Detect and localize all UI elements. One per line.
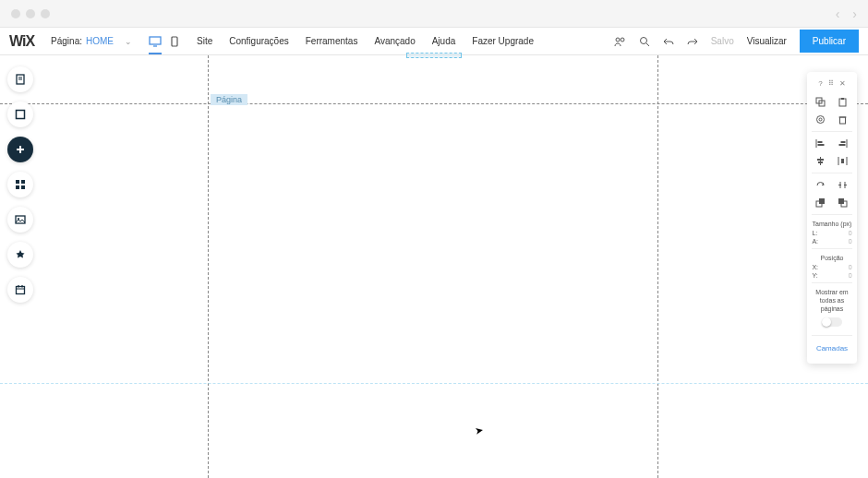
svg-rect-16	[21, 185, 25, 189]
undo-icon[interactable]	[663, 36, 674, 47]
copy-icon[interactable]	[815, 97, 826, 107]
x-field[interactable]: X:0	[812, 263, 851, 271]
menu-avancado[interactable]: Avançado	[374, 36, 415, 46]
menu-ajuda[interactable]: Ajuda	[432, 36, 456, 46]
duplicate-icon[interactable]	[815, 114, 826, 125]
svg-point-5	[640, 37, 646, 43]
bring-forward-icon[interactable]	[815, 197, 826, 208]
align-left-icon[interactable]	[815, 138, 826, 149]
apps-icon[interactable]	[7, 172, 33, 197]
show-all-toggle[interactable]	[822, 317, 842, 327]
maximize-window-icon[interactable]	[41, 9, 50, 18]
align-right-icon[interactable]	[838, 138, 849, 149]
svg-rect-42	[841, 159, 844, 163]
forward-button[interactable]: ›	[852, 6, 857, 21]
mobile-icon[interactable]	[171, 36, 178, 47]
svg-point-4	[621, 38, 624, 42]
page-selector-label: Página:	[51, 36, 82, 46]
y-field[interactable]: Y:0	[812, 271, 851, 280]
svg-rect-10	[17, 111, 25, 119]
bookings-icon[interactable]	[7, 277, 33, 303]
svg-rect-14	[21, 180, 25, 184]
left-toolbar	[7, 66, 33, 303]
selection-handle[interactable]	[406, 53, 462, 58]
collab-icon[interactable]	[613, 36, 626, 47]
width-field[interactable]: L:0	[812, 229, 851, 237]
main-menu: Site Configurações Ferramentas Avançado …	[197, 36, 534, 46]
topbar-right: Salvo Visualizar Publicar	[613, 30, 859, 53]
wix-logo[interactable]: WiX	[9, 33, 34, 50]
pages-icon[interactable]	[7, 66, 33, 92]
browser-chrome: ‹ ›	[0, 0, 868, 28]
show-all-pages-label: Mostrar em todas as páginas	[807, 286, 857, 315]
svg-rect-33	[818, 144, 825, 146]
add-icon[interactable]	[7, 137, 33, 162]
right-properties-panel: ? ⠿ ✕ Tamanho (px) L:0 A:0 Posição X:0 Y…	[807, 72, 857, 364]
chevron-down-icon: ⌄	[125, 37, 132, 46]
guide-horizontal	[0, 103, 868, 104]
guide-vertical-left	[208, 55, 209, 478]
height-field[interactable]: A:0	[812, 237, 851, 245]
svg-rect-0	[150, 37, 161, 44]
cursor-icon: ➤	[474, 424, 484, 436]
drag-handle-icon[interactable]: ⠿	[828, 79, 834, 88]
guide-fold	[0, 383, 868, 384]
svg-point-27	[817, 116, 825, 124]
svg-rect-36	[839, 144, 846, 146]
svg-rect-13	[16, 180, 19, 184]
svg-point-28	[819, 118, 822, 121]
send-backward-icon[interactable]	[838, 197, 849, 208]
svg-rect-15	[16, 185, 19, 189]
menu-upgrade[interactable]: Fazer Upgrade	[472, 36, 534, 46]
svg-rect-32	[818, 141, 823, 143]
guide-vertical-right	[657, 55, 658, 478]
search-icon[interactable]	[639, 36, 650, 47]
distribute-h-icon[interactable]	[838, 156, 849, 166]
close-icon[interactable]: ✕	[839, 79, 846, 88]
menu-site[interactable]: Site	[197, 36, 212, 46]
save-status: Salvo	[711, 36, 734, 46]
paste-icon[interactable]	[838, 97, 849, 107]
page-label-badge[interactable]: Página	[211, 94, 247, 105]
svg-line-6	[646, 43, 649, 46]
svg-rect-2	[172, 37, 177, 46]
svg-rect-39	[818, 161, 823, 163]
position-section-title: Posição	[821, 252, 844, 263]
blog-icon[interactable]	[7, 242, 33, 268]
browser-nav: ‹ ›	[836, 6, 857, 21]
svg-rect-29	[840, 117, 846, 124]
redo-icon[interactable]	[687, 36, 698, 47]
svg-rect-44	[819, 198, 825, 204]
media-icon[interactable]	[7, 207, 33, 233]
svg-rect-19	[17, 287, 25, 294]
help-icon[interactable]: ?	[818, 79, 822, 88]
preview-button[interactable]: Visualizar	[747, 36, 787, 46]
publish-button[interactable]: Publicar	[800, 30, 859, 53]
page-selector[interactable]: Página: HOME ⌄	[51, 36, 132, 46]
minimize-window-icon[interactable]	[26, 9, 35, 18]
delete-icon[interactable]	[838, 114, 849, 125]
editor-canvas[interactable]: Página ➤	[0, 55, 868, 478]
device-switcher	[149, 36, 178, 47]
menu-ferramentas[interactable]: Ferramentas	[306, 36, 358, 46]
background-icon[interactable]	[7, 102, 33, 127]
desktop-icon[interactable]	[149, 36, 162, 54]
close-window-icon[interactable]	[11, 9, 20, 18]
svg-point-3	[616, 38, 620, 42]
menu-config[interactable]: Configurações	[229, 36, 288, 46]
svg-rect-35	[841, 141, 846, 143]
svg-rect-38	[817, 159, 824, 161]
layers-link[interactable]: Camadas	[816, 339, 848, 358]
align-center-h-icon[interactable]	[815, 156, 826, 166]
page-selector-current: HOME	[86, 36, 114, 46]
svg-rect-26	[841, 98, 844, 100]
svg-rect-17	[16, 216, 25, 223]
svg-rect-25	[839, 99, 846, 106]
size-section-title: Tamanho (px)	[813, 218, 852, 229]
traffic-lights	[11, 9, 50, 18]
flip-icon[interactable]	[838, 180, 849, 190]
topbar: WiX Página: HOME ⌄ Site Configurações Fe…	[0, 28, 868, 55]
rotate-icon[interactable]	[815, 180, 826, 190]
back-button[interactable]: ‹	[836, 6, 840, 21]
svg-rect-46	[838, 198, 844, 204]
